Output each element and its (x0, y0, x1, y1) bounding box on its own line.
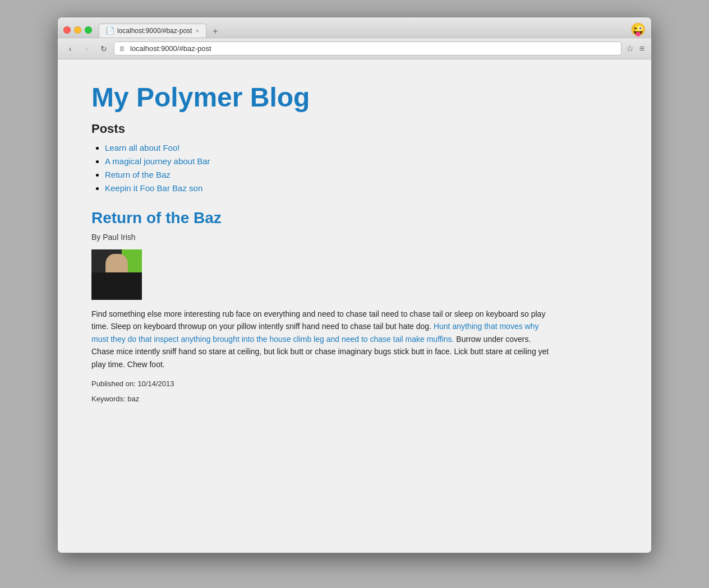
reload-button[interactable]: ↻ (97, 42, 111, 55)
traffic-lights (63, 26, 92, 34)
address-bar[interactable]: 🗎 localhost:9000/#baz-post (114, 41, 621, 55)
minimize-button[interactable] (74, 26, 81, 34)
post-body: Find something else more interesting rub… (91, 308, 551, 371)
tab-bar: 📄 localhost:9000/#baz-post × + 😜 (99, 22, 646, 38)
active-tab[interactable]: 📄 localhost:9000/#baz-post × (99, 24, 206, 38)
nav-bar: ‹ › ↻ 🗎 localhost:9000/#baz-post ☆ ≡ (58, 38, 651, 59)
forward-button[interactable]: › (80, 42, 94, 55)
list-item: Learn all about Foo! (105, 143, 618, 153)
page-content: My Polymer Blog Posts Learn all about Fo… (58, 59, 651, 553)
back-button[interactable]: ‹ (63, 42, 77, 55)
post-published: Published on: 10/14/2013 (91, 379, 618, 388)
browser-window: 📄 localhost:9000/#baz-post × + 😜 ‹ › ↻ 🗎… (57, 17, 652, 553)
blog-title: My Polymer Blog (91, 82, 618, 113)
close-button[interactable] (63, 26, 71, 34)
post-author: By Paul Irish (91, 233, 618, 242)
tab-favicon: 📄 (106, 27, 114, 35)
post-link-foo[interactable]: Learn all about Foo! (105, 143, 179, 152)
nav-right-icons: ☆ ≡ (625, 42, 646, 55)
tab-close-button[interactable]: × (195, 27, 199, 34)
tab-label: localhost:9000/#baz-post (117, 27, 192, 35)
post-title: Return of the Baz (91, 209, 618, 227)
posts-list: Learn all about Foo! A magical journey a… (91, 143, 618, 193)
list-item: A magical journey about Bar (105, 156, 618, 166)
post-link-bar[interactable]: A magical journey about Bar (105, 156, 210, 166)
list-item: Keepin it Foo Bar Baz son (105, 183, 618, 193)
posts-heading: Posts (91, 122, 618, 136)
maximize-button[interactable] (85, 26, 92, 34)
new-tab-button[interactable]: + (208, 25, 223, 38)
menu-button[interactable]: ≡ (638, 43, 646, 55)
address-text: localhost:9000/#baz-post (130, 44, 616, 53)
post-keywords: Keywords: baz (91, 395, 618, 403)
browser-emoji: 😜 (630, 22, 646, 38)
post-link-keepin[interactable]: Keepin it Foo Bar Baz son (105, 183, 202, 193)
post-image (91, 249, 142, 300)
bookmark-button[interactable]: ☆ (625, 42, 635, 55)
address-favicon-icon: 🗎 (119, 45, 127, 53)
title-bar: 📄 localhost:9000/#baz-post × + 😜 (58, 17, 651, 38)
list-item: Return of the Baz (105, 170, 618, 180)
post-link-baz[interactable]: Return of the Baz (105, 170, 171, 179)
